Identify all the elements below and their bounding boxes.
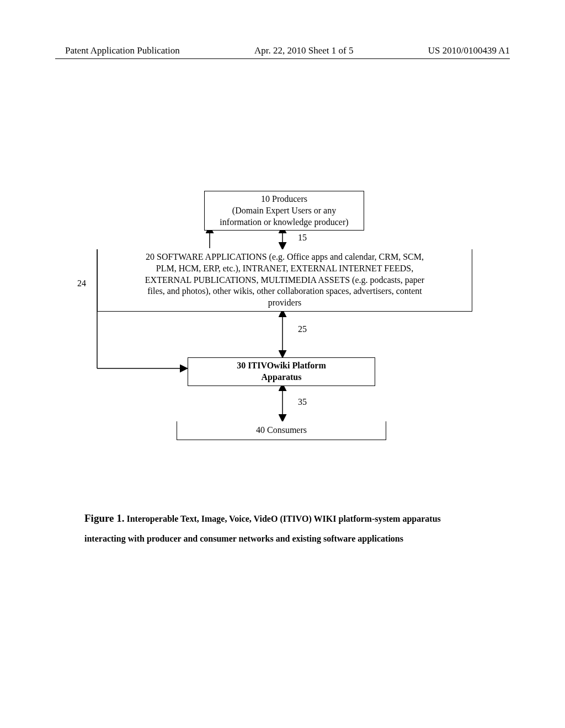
apps-line3: EXTERNAL PUBLICATIONS, MULTIMEDIA ASSETS…	[101, 275, 468, 286]
header-center: Apr. 22, 2010 Sheet 1 of 5	[254, 45, 353, 56]
header-right: US 2010/0100439 A1	[428, 45, 510, 56]
label-35: 35	[298, 397, 307, 407]
figure-number: Figure 1.	[84, 512, 124, 524]
page-header: Patent Application Publication Apr. 22, …	[0, 45, 565, 56]
box-applications: 20 SOFTWARE APPLICATIONS (e.g. Office ap…	[97, 249, 472, 312]
producers-line2: (Domain Expert Users or any	[208, 205, 360, 217]
box-producers: 10 Producers (Domain Expert Users or any…	[204, 191, 364, 231]
apps-line5: providers	[101, 297, 468, 309]
label-24: 24	[77, 279, 86, 288]
producers-line3: information or knowledge producer)	[208, 217, 360, 228]
platform-line2: Apparatus	[191, 372, 371, 383]
figure-text: Interoperable Text, Image, Voice, VideO …	[84, 514, 441, 543]
box-consumers: 40 Consumers	[177, 421, 386, 440]
box-platform: 30 ITIVOwiki Platform Apparatus	[188, 357, 375, 386]
header-rule	[55, 58, 510, 59]
consumers-text: 40 Consumers	[256, 425, 307, 435]
diagram-connectors	[0, 188, 565, 496]
apps-line1: 20 SOFTWARE APPLICATIONS (e.g. Office ap…	[101, 251, 468, 263]
diagram: 10 Producers (Domain Expert Users or any…	[0, 188, 565, 496]
label-25: 25	[298, 324, 307, 334]
platform-line1: 30 ITIVOwiki Platform	[191, 360, 371, 372]
header-left: Patent Application Publication	[65, 45, 180, 56]
producers-line1: 10 Producers	[208, 194, 360, 205]
apps-line2: PLM, HCM, ERP, etc.), INTRANET, EXTERNAL…	[101, 263, 468, 275]
label-15: 15	[298, 233, 307, 243]
apps-line4: files, and photos), other wikis, other c…	[101, 286, 468, 297]
figure-caption: Figure 1. Interoperable Text, Image, Voi…	[84, 507, 482, 548]
